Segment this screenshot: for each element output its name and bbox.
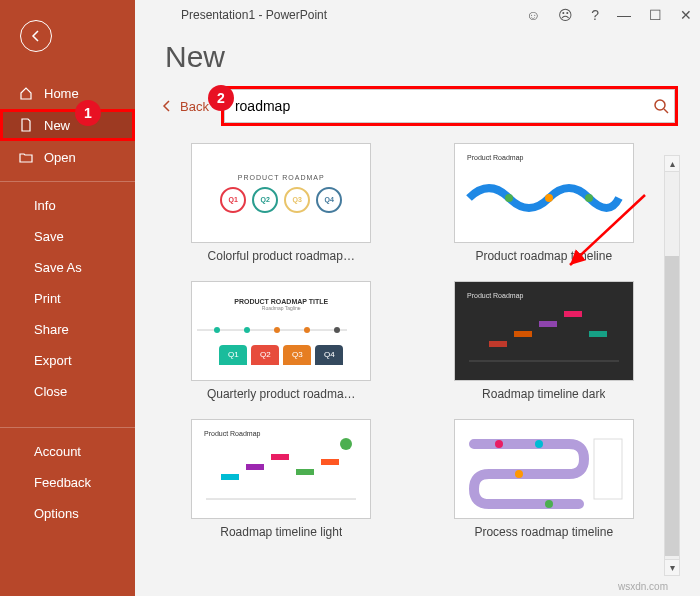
svg-point-3 <box>545 194 553 202</box>
arrow-left-icon <box>160 99 174 113</box>
watermark: wsxdn.com <box>618 581 668 592</box>
minimize-button[interactable]: — <box>617 7 631 23</box>
search-back-label: Back <box>180 99 209 114</box>
svg-rect-24 <box>321 459 339 465</box>
template-thumbnail: Product Roadmap <box>191 419 371 519</box>
home-icon <box>18 85 34 101</box>
face-frown-icon[interactable]: ☹ <box>558 7 573 23</box>
sidebar-item-home[interactable]: Home <box>0 77 135 109</box>
sidebar-item-save-as[interactable]: Save As <box>0 252 135 283</box>
back-button[interactable] <box>20 20 52 52</box>
folder-open-icon <box>18 149 34 165</box>
svg-point-7 <box>244 327 250 333</box>
svg-rect-22 <box>271 454 289 460</box>
search-back-button[interactable]: Back <box>160 99 209 114</box>
svg-point-6 <box>214 327 220 333</box>
svg-point-9 <box>304 327 310 333</box>
svg-rect-20 <box>221 474 239 480</box>
template-thumbnail: PRODUCT ROADMAP Q1 Q2 Q3 Q4 <box>191 143 371 243</box>
scrollbar[interactable]: ▴ ▾ <box>664 155 680 576</box>
template-label: Quarterly product roadma… <box>207 387 356 401</box>
search-container <box>224 89 675 123</box>
sidebar-label: Open <box>44 150 76 165</box>
svg-point-8 <box>274 327 280 333</box>
svg-rect-21 <box>246 464 264 470</box>
svg-rect-30 <box>594 439 622 499</box>
svg-rect-17 <box>589 331 607 337</box>
face-smile-icon[interactable]: ☺ <box>526 7 540 23</box>
sidebar-label: New <box>44 118 70 133</box>
annotation-arrow-icon <box>560 190 650 280</box>
svg-point-28 <box>515 470 523 478</box>
template-label: Process roadmap timeline <box>474 525 613 539</box>
backstage-sidebar: Home New Open Info Save Save As Print Sh… <box>0 0 135 596</box>
help-icon[interactable]: ? <box>591 7 599 23</box>
scroll-up-button[interactable]: ▴ <box>665 156 679 172</box>
svg-rect-15 <box>539 321 557 327</box>
svg-point-26 <box>495 440 503 448</box>
svg-line-31 <box>570 195 645 265</box>
maximize-button[interactable]: ☐ <box>649 7 662 23</box>
sidebar-divider <box>0 181 135 182</box>
svg-text:Product Roadmap: Product Roadmap <box>467 292 524 300</box>
sidebar-item-account[interactable]: Account <box>0 436 135 467</box>
sidebar-item-print[interactable]: Print <box>0 283 135 314</box>
page-title: New <box>165 40 700 74</box>
sidebar-item-feedback[interactable]: Feedback <box>0 467 135 498</box>
svg-point-27 <box>535 440 543 448</box>
svg-point-10 <box>334 327 340 333</box>
sidebar-item-new[interactable]: New <box>0 109 135 141</box>
sidebar-item-save[interactable]: Save <box>0 221 135 252</box>
scroll-thumb[interactable] <box>665 256 679 556</box>
sidebar-item-share[interactable]: Share <box>0 314 135 345</box>
title-bar: Presentation1 - PowerPoint ☺ ☹ ? — ☐ ✕ <box>135 0 700 30</box>
svg-point-29 <box>545 500 553 508</box>
sidebar-item-open[interactable]: Open <box>0 141 135 173</box>
svg-point-25 <box>340 438 352 450</box>
template-card[interactable]: Product Roadmap Roadmap timeline dark <box>428 281 661 401</box>
svg-text:Product Roadmap: Product Roadmap <box>467 154 524 162</box>
template-thumbnail <box>454 419 634 519</box>
svg-text:Product Roadmap: Product Roadmap <box>204 430 261 438</box>
document-icon <box>18 117 34 133</box>
svg-rect-23 <box>296 469 314 475</box>
template-card[interactable]: PRODUCT ROADMAP Q1 Q2 Q3 Q4 Colorful pro… <box>165 143 398 263</box>
template-thumbnail: PRODUCT ROADMAP TITLE Roadmap Tagline Q1… <box>191 281 371 381</box>
scroll-down-button[interactable]: ▾ <box>665 559 679 575</box>
sidebar-item-info[interactable]: Info <box>0 190 135 221</box>
close-window-button[interactable]: ✕ <box>680 7 692 23</box>
annotation-callout-1: 1 <box>75 100 101 126</box>
sidebar-item-close[interactable]: Close <box>0 376 135 407</box>
window-title: Presentation1 - PowerPoint <box>181 8 327 22</box>
template-card[interactable]: Product Roadmap Roadmap timeline light <box>165 419 398 539</box>
search-icon[interactable] <box>653 98 669 114</box>
sidebar-divider <box>0 427 135 428</box>
search-input[interactable] <box>224 89 675 123</box>
svg-point-2 <box>505 194 513 202</box>
template-thumbnail: Product Roadmap <box>454 281 634 381</box>
arrow-left-icon <box>28 28 44 44</box>
sidebar-label: Home <box>44 86 79 101</box>
template-card[interactable]: PRODUCT ROADMAP TITLE Roadmap Tagline Q1… <box>165 281 398 401</box>
svg-rect-16 <box>564 311 582 317</box>
template-card[interactable]: Process roadmap timeline <box>428 419 661 539</box>
annotation-callout-2: 2 <box>208 85 234 111</box>
template-label: Roadmap timeline dark <box>482 387 605 401</box>
sidebar-item-options[interactable]: Options <box>0 498 135 529</box>
svg-point-0 <box>655 100 665 110</box>
svg-rect-14 <box>514 331 532 337</box>
sidebar-item-export[interactable]: Export <box>0 345 135 376</box>
svg-rect-13 <box>489 341 507 347</box>
template-label: Roadmap timeline light <box>220 525 342 539</box>
template-label: Colorful product roadmap… <box>208 249 355 263</box>
